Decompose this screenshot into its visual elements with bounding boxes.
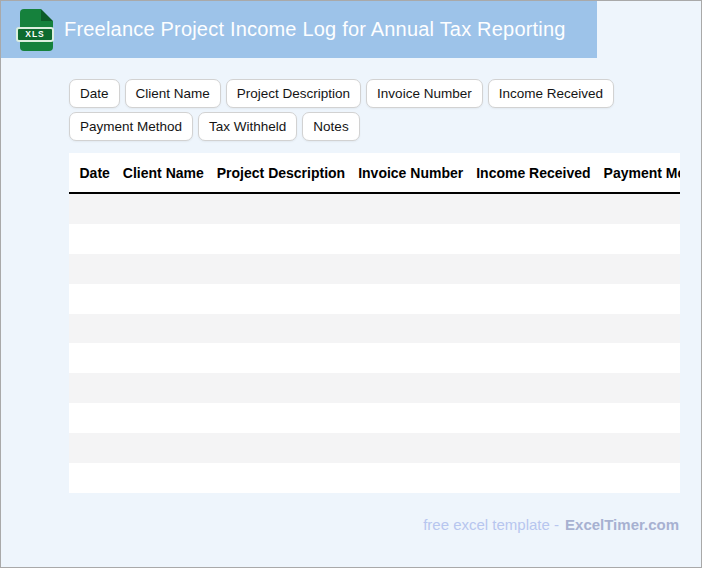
page-title: Freelance Project Income Log for Annual … xyxy=(64,18,566,41)
chip-tax-withheld[interactable]: Tax Withheld xyxy=(198,112,297,141)
chip-payment-method[interactable]: Payment Method xyxy=(69,112,193,141)
title-bar: XLS Freelance Project Income Log for Ann… xyxy=(1,1,597,58)
footer-text: free excel template - xyxy=(423,516,559,533)
chip-date[interactable]: Date xyxy=(69,79,120,108)
exceltimer-link[interactable]: ExcelTimer.com xyxy=(565,516,679,533)
table-row xyxy=(69,373,680,403)
table-row xyxy=(69,314,680,344)
chip-client-name[interactable]: Client Name xyxy=(125,79,221,108)
table-row xyxy=(69,284,680,314)
table-row xyxy=(69,433,680,463)
xls-file-icon: XLS xyxy=(20,9,53,51)
column-header-date: Date xyxy=(73,165,116,181)
table-row xyxy=(69,343,680,373)
column-chips: Date Client Name Project Description Inv… xyxy=(69,79,621,141)
xls-badge: XLS xyxy=(16,27,54,42)
table-row xyxy=(69,463,680,493)
chip-income-received[interactable]: Income Received xyxy=(488,79,614,108)
table-body xyxy=(69,194,680,493)
table-row xyxy=(69,194,680,224)
column-header-project-description: Project Description xyxy=(210,165,351,181)
income-log-table: Date Client Name Project Description Inv… xyxy=(69,153,680,493)
chip-invoice-number[interactable]: Invoice Number xyxy=(366,79,483,108)
column-header-payment-method: Payment Method xyxy=(597,165,680,181)
table-row xyxy=(69,224,680,254)
page: XLS Freelance Project Income Log for Ann… xyxy=(0,0,702,568)
column-header-invoice-number: Invoice Number xyxy=(352,165,470,181)
column-header-client-name: Client Name xyxy=(116,165,210,181)
column-header-income-received: Income Received xyxy=(470,165,597,181)
table-row xyxy=(69,403,680,433)
footer-credit: free excel template -ExcelTimer.com xyxy=(423,516,679,533)
chip-project-description[interactable]: Project Description xyxy=(226,79,361,108)
chip-notes[interactable]: Notes xyxy=(302,112,359,141)
file-fold xyxy=(41,9,53,21)
table-row xyxy=(69,254,680,284)
table-header-row: Date Client Name Project Description Inv… xyxy=(69,153,680,194)
